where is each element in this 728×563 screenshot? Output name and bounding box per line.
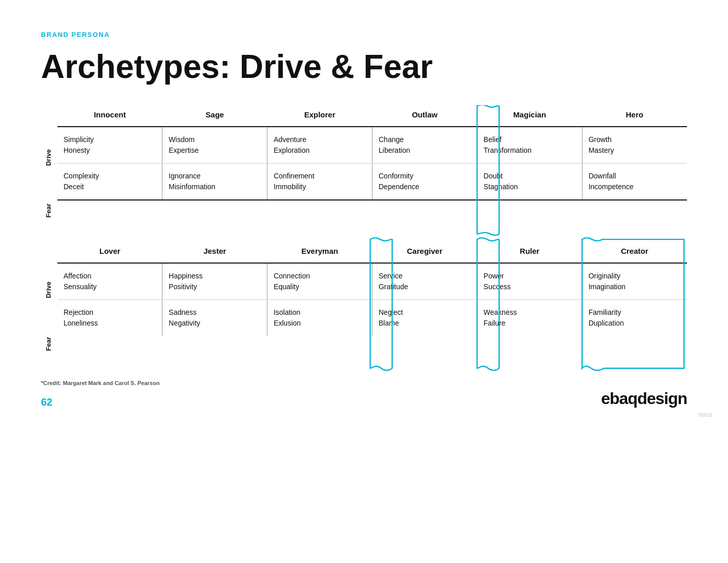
hero-fear: DownfallIncompetence — [582, 164, 687, 200]
sage-drive: WisdomExpertise — [162, 127, 267, 164]
main-title: Archetypes: Drive & Fear — [41, 49, 687, 85]
magician-drive: BeliefTransformation — [477, 127, 582, 164]
col-creator: Creator — [582, 237, 687, 263]
lover-fear: RejectionLoneliness — [57, 300, 162, 336]
innocent-drive: SimplicityHonesty — [57, 127, 162, 164]
explorer-fear: ConfinementImmobility — [267, 164, 372, 200]
everyman-drive: ConnectionEquality — [267, 263, 372, 300]
col-ruler: Ruler — [477, 237, 582, 263]
caregiver-drive: ServiceGratitude — [372, 263, 477, 300]
outlaw-drive: ChangeLiberation — [372, 127, 477, 164]
hero-drive: GrowthMastery — [582, 127, 687, 164]
everyman-fear: IsolationExlusion — [267, 300, 372, 336]
drive-row-1: SimplicityHonesty WisdomExpertise Advent… — [57, 127, 687, 164]
page-number: 62 — [41, 396, 52, 408]
creator-fear: FamiliarityDuplication — [582, 300, 687, 336]
lover-drive: AffectionSensuality — [57, 263, 162, 300]
caregiver-fear: NeglectBlame — [372, 300, 477, 336]
drive-label-2: Drive — [45, 282, 52, 298]
drive-row-2: AffectionSensuality HappinessPositivity … — [57, 263, 687, 300]
col-innocent: Innocent — [57, 105, 162, 127]
creator-drive: OriginalityImagination — [582, 263, 687, 300]
col-explorer: Explorer — [267, 105, 372, 127]
col-caregiver: Caregiver — [372, 237, 477, 263]
fear-label-1: Fear — [45, 204, 52, 217]
drive-label-1: Drive — [45, 149, 52, 166]
col-sage: Sage — [162, 105, 267, 127]
credit-text: *Credit: Margaret Mark and Carol S. Pear… — [41, 380, 160, 386]
innocent-fear: ComplexityDeceit — [57, 164, 162, 200]
col-jester: Jester — [162, 237, 267, 263]
miro-label: miro — [699, 411, 713, 418]
full-table-area: Drive Fear Innocent Sage — [41, 105, 687, 372]
bottom-table: Lover Jester Everyman Caregiver Ruler Cr… — [57, 237, 687, 336]
brand-label: BRAND PERSONA — [41, 31, 687, 38]
footer: *Credit: Margaret Mark and Carol S. Pear… — [41, 380, 687, 408]
fear-row-1: ComplexityDeceit IgnoranceMisinformation… — [57, 164, 687, 200]
top-table: Innocent Sage Explorer Outlaw Magician H… — [57, 105, 687, 200]
fear-row-2: RejectionLoneliness SadnessNegativity Is… — [57, 300, 687, 336]
brand-logo: ebaqdesign — [601, 389, 687, 408]
col-lover: Lover — [57, 237, 162, 263]
col-hero: Hero — [582, 105, 687, 127]
jester-drive: HappinessPositivity — [162, 263, 267, 300]
outlaw-fear: ConformityDependence — [372, 164, 477, 200]
header-row-1: Innocent Sage Explorer Outlaw Magician H… — [57, 105, 687, 127]
sage-fear: IgnoranceMisinformation — [162, 164, 267, 200]
jester-fear: SadnessNegativity — [162, 300, 267, 336]
col-magician: Magician — [477, 105, 582, 127]
header-row-2: Lover Jester Everyman Caregiver Ruler Cr… — [57, 237, 687, 263]
explorer-drive: AdventureExploration — [267, 127, 372, 164]
ruler-fear: WeaknessFailure — [477, 300, 582, 336]
magician-fear: DoubtStagnation — [477, 164, 582, 200]
fear-label-2: Fear — [45, 337, 52, 351]
col-outlaw: Outlaw — [372, 105, 477, 127]
ruler-drive: PowerSuccess — [477, 263, 582, 300]
col-everyman: Everyman — [267, 237, 372, 263]
page-container: BRAND PERSONA Archetypes: Drive & Fear D… — [0, 0, 728, 429]
